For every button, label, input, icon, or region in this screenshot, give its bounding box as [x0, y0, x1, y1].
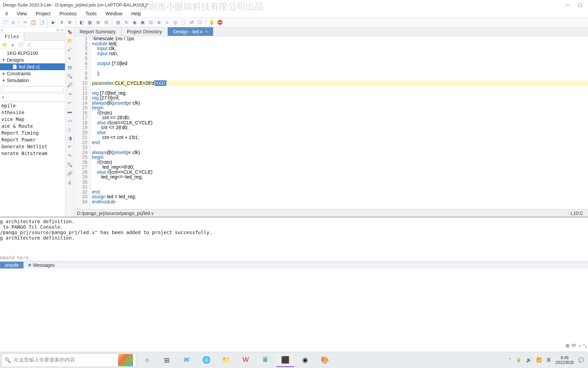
editor-tab[interactable]: Project Directory [121, 27, 168, 36]
pango-app-icon[interactable]: ⬛ [276, 353, 294, 367]
folder-icon[interactable]: 📁 [2, 42, 7, 47]
toolbar-icon[interactable]: ⊟ [103, 19, 109, 26]
ruler-icon[interactable]: ⇥ [67, 91, 73, 97]
settings-icon[interactable]: ⚙ [67, 19, 73, 26]
highlight-icon[interactable]: ▬ [67, 108, 73, 114]
menu-tools[interactable]: Tools [81, 10, 101, 17]
tree-item[interactable]: 📄led (led.v) [0, 63, 65, 70]
task-item[interactable]: Report Power [0, 136, 65, 143]
task-item[interactable]: nerate Bitstream [0, 150, 65, 157]
toolbar-icon[interactable]: ▦ [87, 19, 93, 26]
expand-icon[interactable]: ▸ [10, 42, 16, 47]
console-output[interactable]: g architecture definition. to PANGO Tcl … [0, 217, 588, 254]
toolbar-icon[interactable]: ◉ [131, 19, 137, 26]
taskbar-search[interactable]: 🔍 在这里输入你要搜索的内容 [1, 353, 136, 367]
ime-symbol-icon[interactable]: °ᵧ [583, 343, 587, 349]
task-item[interactable]: Report Timing [0, 129, 65, 136]
dock-icon[interactable]: ◨ [67, 135, 73, 141]
console-tab[interactable]: onsole [0, 262, 23, 269]
ime-icon[interactable]: ⊞ [566, 343, 570, 349]
ime-note-icon[interactable]: ♪ [578, 343, 581, 349]
toolbar-icon[interactable]: ◎ [172, 19, 178, 26]
tree-filter[interactable]: ▾ [0, 94, 65, 101]
explorer-app-icon[interactable]: 📁 [217, 353, 235, 367]
maximize-button[interactable]: ▢ [578, 2, 583, 7]
tray-ime-icon[interactable]: 英 [546, 357, 551, 363]
close-icon[interactable]: × [62, 28, 64, 32]
ime-lang-icon[interactable]: 中 [572, 343, 576, 349]
indent-icon[interactable]: ≡ [67, 55, 73, 61]
console-prompt[interactable]: mmand here. [0, 254, 588, 261]
pause-icon[interactable]: ⏸ [59, 19, 65, 26]
marker-icon[interactable]: 🖊 [67, 46, 73, 52]
print-icon[interactable]: 🖨 [67, 179, 73, 185]
run-icon[interactable]: ▶ [50, 19, 56, 26]
tree-item[interactable]: ▾Constraints [0, 70, 65, 77]
menu-window[interactable]: Window [101, 10, 127, 17]
toolbar-icon[interactable]: ▣ [140, 19, 146, 26]
toolbar-icon[interactable]: ⊡ [148, 19, 154, 26]
tray-chevron-icon[interactable]: ˄ [509, 357, 511, 363]
code-editor[interactable]: 1234567891011121314151617181920212223242… [74, 36, 588, 209]
zoom-out-icon[interactable]: 🔎 [67, 82, 73, 88]
tab-files[interactable]: Files [0, 33, 24, 41]
bookmark-icon[interactable]: 🔖 [67, 29, 73, 35]
toolbar-icon[interactable]: 📄 [2, 19, 8, 26]
close-icon[interactable]: × [205, 29, 208, 34]
edge-app-icon[interactable]: 🌐 [197, 353, 215, 367]
card-icon[interactable]: ▯ [67, 126, 73, 132]
toolbar-icon[interactable]: ⊞ [95, 19, 101, 26]
toolbar-icon[interactable]: 📑 [38, 19, 45, 26]
toolbar-icon[interactable]: ⊕ [156, 19, 162, 26]
dock-icon[interactable]: ▭ [56, 28, 60, 32]
menu-view[interactable]: View [13, 10, 31, 17]
console-tab[interactable]: Messages [23, 262, 60, 269]
task-item[interactable]: ace & Route [0, 123, 65, 129]
paint-app-icon[interactable]: 🎨 [316, 353, 333, 367]
folder-icon[interactable]: 📁 [67, 37, 73, 44]
menu-process[interactable]: Process [55, 10, 81, 17]
zoom-in-icon[interactable]: 🔍 [67, 73, 73, 79]
calc-app-icon[interactable]: 🖩 [257, 353, 274, 367]
window-icon[interactable]: ▭ [67, 117, 73, 123]
tree-item[interactable]: ▾Designs [0, 57, 65, 63]
tray-volume-icon[interactable]: 🔊 [526, 357, 532, 363]
tray-wifi-icon[interactable]: 📶 [536, 357, 542, 363]
minimize-button[interactable]: ─ [566, 2, 570, 7]
task-item[interactable]: mpile [0, 102, 65, 109]
toolbar-icon[interactable]: ⌾ [164, 19, 170, 26]
tree-search-input[interactable] [1, 86, 64, 92]
tray-battery-icon[interactable]: 🔋 [516, 357, 521, 363]
wps-app-icon[interactable]: W [237, 353, 255, 367]
cortana-icon[interactable]: ○ [138, 353, 156, 367]
tree-item[interactable]: ▾Simulation [0, 77, 65, 84]
tray-clock[interactable]: 8:45 2022/9/28 [556, 355, 574, 365]
wrap-icon[interactable]: ↩ [67, 99, 73, 106]
toolbar-icon[interactable]: ⬡ [197, 19, 203, 26]
page-icon[interactable]: ▤ [67, 64, 73, 70]
toolbar-icon[interactable]: ✂ [22, 19, 28, 26]
editor-tab[interactable]: Report Summary [74, 27, 121, 36]
bulb-icon[interactable]: 💡 [209, 19, 215, 26]
task-item[interactable]: vice Map [0, 116, 65, 123]
redo-icon[interactable]: ↷ [67, 153, 73, 159]
undo-icon[interactable]: ↶ [67, 144, 73, 150]
toolbar-icon[interactable]: ⇄ [189, 19, 195, 26]
toolbar-icon[interactable]: ⛔ [217, 19, 223, 26]
toolbar-icon[interactable]: 📋 [30, 19, 36, 26]
obs-app-icon[interactable]: ◉ [296, 353, 314, 367]
search-icon[interactable]: 🔍 [67, 162, 73, 168]
mail-app-icon[interactable]: ✉ [178, 353, 195, 367]
menu-help[interactable]: Help [127, 10, 145, 17]
toolbar-icon[interactable]: ◧ [79, 19, 85, 26]
toolbar-icon[interactable]: ↻ [123, 19, 129, 26]
menu-it[interactable]: it [1, 10, 12, 17]
toolbar-icon[interactable]: ▤ [115, 19, 121, 26]
task-view-icon[interactable]: ⊞ [158, 353, 176, 367]
task-item[interactable]: Generate Netlist [0, 143, 65, 150]
toolbar-icon[interactable]: ⎙ [10, 19, 16, 26]
warn-icon[interactable]: ⚠ [27, 42, 32, 47]
tree-device[interactable]: 1KG-6LPG100 [0, 50, 65, 57]
link-icon[interactable]: 🔗 [67, 170, 73, 177]
editor-tab[interactable]: Design - led.v× [168, 27, 213, 36]
